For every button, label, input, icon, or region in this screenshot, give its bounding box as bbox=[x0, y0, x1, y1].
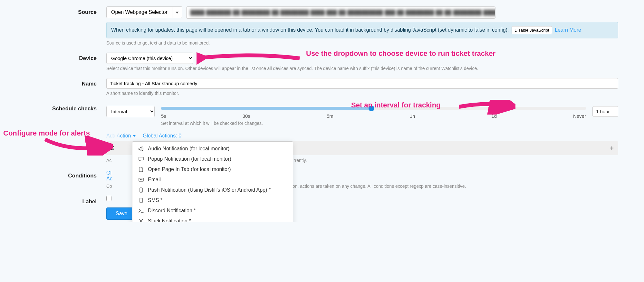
learn-more-link[interactable]: Learn More bbox=[555, 27, 581, 33]
action-email[interactable]: Email bbox=[132, 175, 293, 185]
source-url-input[interactable]: ████ ███████ ██ ████████ ██ ████████ ███… bbox=[186, 6, 495, 19]
open-webpage-selector-dropdown[interactable] bbox=[172, 6, 182, 18]
name-help-text: A short name to identify this monitor. bbox=[106, 91, 618, 96]
action-discord-notification[interactable]: Discord Notification * bbox=[132, 206, 293, 216]
source-info-text: When checking for updates, this page wil… bbox=[111, 27, 509, 33]
interval-value-input[interactable] bbox=[592, 106, 618, 117]
source-label: Source bbox=[10, 6, 106, 15]
add-action-plus-button[interactable]: + bbox=[610, 145, 614, 152]
action-popup-notification[interactable]: Popup Notification (for local monitor) bbox=[132, 154, 293, 164]
page-icon bbox=[138, 167, 144, 172]
action-open-page-in-tab[interactable]: Open Page In Tab (for local monitor) bbox=[132, 164, 293, 175]
gear-icon bbox=[138, 218, 144, 222]
device-label: Device bbox=[10, 53, 106, 62]
open-webpage-selector-button[interactable]: Open Webpage Selector bbox=[106, 6, 172, 18]
envelope-icon bbox=[138, 178, 144, 182]
action-sms[interactable]: SMS * bbox=[132, 195, 293, 206]
add-action-link[interactable]: Add Action bbox=[106, 133, 136, 139]
conditions-link-2[interactable]: Ac bbox=[106, 176, 112, 181]
name-input[interactable] bbox=[106, 78, 618, 89]
interval-slider-ticks: 5s 30s 5m 1h 1d Never bbox=[161, 113, 586, 119]
interval-slider[interactable] bbox=[161, 107, 586, 110]
schedule-help-text: Set interval at which it will be checked… bbox=[161, 121, 618, 126]
mobile-icon bbox=[138, 187, 144, 193]
svg-point-2 bbox=[141, 191, 141, 192]
source-info-banner: When checking for updates, this page wil… bbox=[106, 22, 618, 38]
svg-point-4 bbox=[141, 202, 141, 202]
disable-javascript-button[interactable]: Disable JavaScript bbox=[512, 26, 552, 34]
label-checkbox[interactable] bbox=[106, 196, 111, 201]
label-label: Label bbox=[10, 196, 106, 205]
mobile-icon bbox=[138, 198, 144, 203]
terminal-icon bbox=[138, 209, 144, 213]
schedule-label: Schedule checks bbox=[10, 103, 106, 112]
action-push-notification[interactable]: Push Notification (Using Distill's iOS o… bbox=[132, 185, 293, 195]
device-select[interactable]: Google Chrome (this device) bbox=[106, 53, 193, 64]
svg-rect-0 bbox=[139, 178, 143, 181]
global-actions-link[interactable]: Global Actions: 0 bbox=[143, 133, 181, 139]
source-help-text: Source is used to get text and data to b… bbox=[106, 40, 618, 45]
action-slack-notification[interactable]: Slack Notification * bbox=[132, 216, 293, 222]
chevron-down-icon bbox=[176, 12, 179, 14]
name-label: Name bbox=[10, 78, 106, 87]
interval-slider-thumb[interactable] bbox=[369, 106, 374, 111]
device-help-text: Select device that this monitor runs on.… bbox=[106, 66, 618, 71]
source-url-obscured: ████ ███████ ██ ████████ ██ ████████ ███… bbox=[190, 10, 495, 15]
svg-point-5 bbox=[140, 220, 142, 222]
interval-slider-fill bbox=[161, 107, 371, 110]
action-entry-label: E bbox=[111, 146, 114, 151]
volume-icon bbox=[138, 146, 144, 151]
conditions-link-1[interactable]: Gl bbox=[106, 170, 111, 176]
action-audio-notification[interactable]: Audio Notification (for local monitor) bbox=[132, 144, 293, 154]
add-action-dropdown: Audio Notification (for local monitor) P… bbox=[132, 141, 293, 222]
chat-bubble-icon bbox=[138, 157, 144, 161]
chevron-down-icon bbox=[133, 135, 136, 137]
annotation-device-text: Use the dropdown to choose device to run… bbox=[306, 49, 495, 58]
schedule-type-select[interactable]: Interval bbox=[106, 106, 155, 117]
conditions-label: Conditions bbox=[10, 170, 106, 179]
